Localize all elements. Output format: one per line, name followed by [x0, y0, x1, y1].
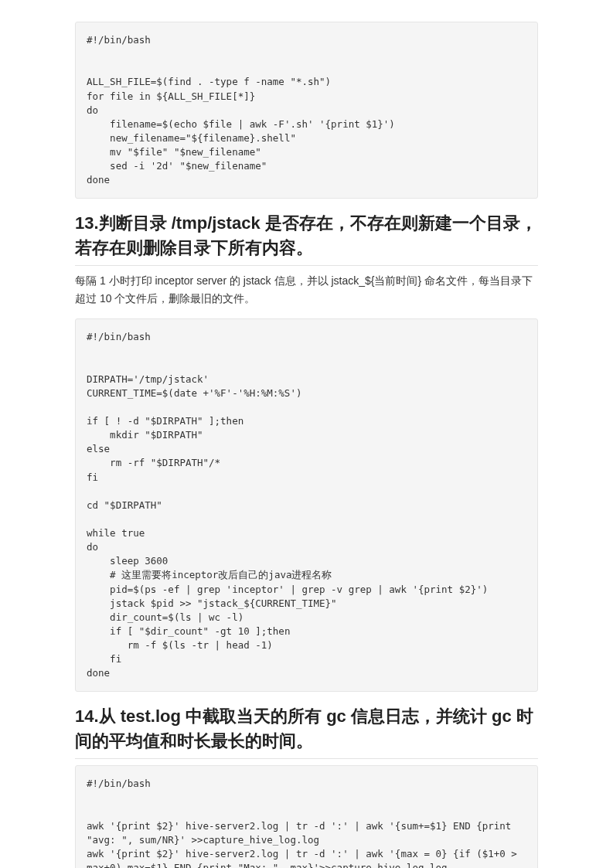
- code-block-2: #!/bin/bash DIRPATH='/tmp/jstack' CURREN…: [75, 318, 538, 692]
- desc-13: 每隔 1 小时打印 inceptor server 的 jstack 信息，并以…: [75, 272, 538, 308]
- heading-14: 14.从 test.log 中截取当天的所有 gc 信息日志，并统计 gc 时间…: [75, 704, 538, 759]
- code-block-3: #!/bin/bash awk '{print $2}' hive-server…: [75, 765, 538, 868]
- heading-13: 13.判断目录 /tmp/jstack 是否存在，不存在则新建一个目录，若存在则…: [75, 211, 538, 266]
- code-block-1: #!/bin/bash ALL_SH_FILE=$(find . -type f…: [75, 22, 538, 199]
